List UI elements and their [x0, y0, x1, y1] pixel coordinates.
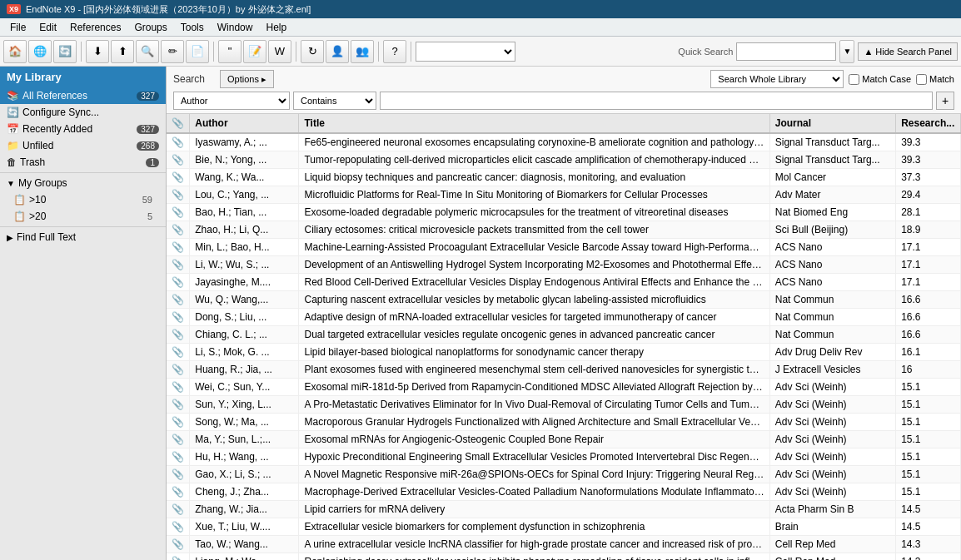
quick-search-input[interactable]: [736, 42, 836, 61]
table-row[interactable]: 📎 Sun, Y.; Xing, L... A Pro-Metastatic D…: [167, 396, 961, 414]
table-row[interactable]: 📎 Xue, T.; Liu, W.... Extracellular vesi…: [167, 518, 961, 536]
group-select[interactable]: Annotated: [416, 42, 515, 62]
table-row[interactable]: 📎 Lou, C.; Yang, ... Microfluidic Platfo…: [167, 186, 961, 204]
sidebar-group-gt20[interactable]: 📋 >20 5: [0, 208, 166, 225]
row-icon: 📎: [167, 256, 190, 274]
row-journal: Nat Commun: [769, 309, 895, 326]
row-author: Ma, Y.; Sun, L.;...: [190, 431, 299, 448]
table-row[interactable]: 📎 Tao, W.; Wang... A urine extracellular…: [167, 536, 961, 553]
toolbar-sync-btn[interactable]: 🔄: [53, 40, 77, 63]
col-header-journal[interactable]: Journal: [769, 114, 895, 133]
toolbar-download-btn[interactable]: ⬇: [86, 40, 109, 63]
toolbar-help-btn[interactable]: ?: [383, 40, 406, 63]
row-icon: 📎: [167, 483, 190, 501]
toolbar-upload-btn[interactable]: ⬆: [111, 40, 134, 63]
table-row[interactable]: 📎 Song, W.; Ma, ... Macroporous Granular…: [167, 414, 961, 431]
toolbar-edit-btn[interactable]: ✏: [161, 40, 184, 63]
table-row[interactable]: 📎 Wei, C.; Sun, Y... Exosomal miR-181d-5…: [167, 379, 961, 396]
table-row[interactable]: 📎 Gao, X.; Li, S.; ... A Novel Magnetic …: [167, 466, 961, 483]
row-icon: 📎: [167, 133, 190, 151]
search-field-select[interactable]: Author Title Journal Year Any Field: [173, 92, 290, 110]
sidebar-item-trash[interactable]: 🗑 Trash 1: [0, 154, 166, 171]
row-title: Exosomal mRNAs for Angiogenic-Osteogenic…: [299, 431, 769, 448]
toolbar-refresh-btn[interactable]: ↻: [301, 40, 324, 63]
row-title: Machine-Learning-Assisted Procoagulant E…: [299, 239, 769, 256]
toolbar-users-btn[interactable]: 👥: [351, 40, 374, 63]
toolbar-word-btn[interactable]: W: [268, 40, 291, 63]
table-row[interactable]: 📎 Wu, Q.; Wang,... Capturing nascent ext…: [167, 291, 961, 309]
row-title: Capturing nascent extracellular vesicles…: [299, 291, 769, 309]
row-title: Exosome-loaded degradable polymeric micr…: [299, 204, 769, 221]
quick-search-btn[interactable]: ▼: [839, 40, 854, 63]
menu-groups[interactable]: Groups: [127, 20, 173, 35]
quick-search-area: Quick Search ▼ ▲ Hide Search Panel: [678, 40, 958, 63]
row-research: 17.1: [896, 256, 961, 274]
hide-search-panel-btn[interactable]: ▲ Hide Search Panel: [858, 42, 958, 61]
paperclip-icon: 📎: [172, 189, 184, 201]
row-title: Development of an Antiswelling Hydrogel …: [299, 256, 769, 274]
sidebar-group-gt10[interactable]: 📋 >10 59: [0, 191, 166, 208]
table-row[interactable]: 📎 Bie, N.; Yong, ... Tumor-repopulating …: [167, 151, 961, 169]
paperclip-icon: 📎: [172, 311, 184, 323]
paperclip-icon: 📎: [172, 486, 184, 498]
trash-icon: 🗑: [7, 156, 17, 168]
references-table[interactable]: 📎 Author Title Journal Research... 📎 Iya…: [167, 114, 961, 560]
toolbar-sep4: [378, 42, 379, 62]
menu-references[interactable]: References: [63, 20, 127, 35]
row-author: Bao, H.; Tian, ...: [190, 204, 299, 221]
col-header-research[interactable]: Research...: [896, 114, 961, 133]
search-options-btn[interactable]: Options ▸: [220, 70, 274, 88]
table-row[interactable]: 📎 Bao, H.; Tian, ... Exosome-loaded degr…: [167, 204, 961, 221]
toolbar-home-btn[interactable]: 🏠: [3, 40, 27, 63]
table-row[interactable]: 📎 Li, W.; Wu, S.; ... Development of an …: [167, 256, 961, 274]
menu-edit[interactable]: Edit: [32, 20, 63, 35]
sidebar-item-unfiled[interactable]: 📁 Unfiled 268: [0, 137, 166, 154]
sidebar-item-all-references[interactable]: 📚 All References 327: [0, 87, 166, 104]
search-whole-library-select[interactable]: Search Whole Library: [710, 70, 844, 88]
search-criteria-select[interactable]: Contains Is Is not: [293, 92, 376, 110]
table-row[interactable]: 📎 Jayasinghe, M.... Red Blood Cell-Deriv…: [167, 274, 961, 291]
table-row[interactable]: 📎 Iyaswamy, A.; ... Fe65-engineered neur…: [167, 133, 961, 151]
table-row[interactable]: 📎 Liang, M.; Wa... Replenishing decoy ex…: [167, 553, 961, 561]
table-row[interactable]: 📎 Hu, H.; Wang, ... Hypoxic Precondition…: [167, 448, 961, 466]
row-icon: 📎: [167, 431, 190, 448]
sidebar-item-recently-added[interactable]: 📅 Recently Added 327: [0, 121, 166, 137]
menu-tools[interactable]: Tools: [174, 20, 211, 35]
search-add-btn[interactable]: +: [936, 92, 954, 110]
col-header-author[interactable]: Author: [190, 114, 299, 133]
table-row[interactable]: 📎 Chiang, C. L.; ... Dual targeted extra…: [167, 326, 961, 344]
table-row[interactable]: 📎 Zhang, W.; Jia... Lipid carriers for m…: [167, 501, 961, 518]
match-checkbox[interactable]: [916, 74, 927, 85]
toolbar-folder-btn[interactable]: 📄: [186, 40, 209, 63]
paperclip-icon: 📎: [172, 171, 184, 183]
table-row[interactable]: 📎 Li, S.; Mok, G. ... Lipid bilayer-base…: [167, 344, 961, 361]
table-row[interactable]: 📎 Ma, Y.; Sun, L.;... Exosomal mRNAs for…: [167, 431, 961, 448]
table-row[interactable]: 📎 Min, L.; Bao, H... Machine-Learning-As…: [167, 239, 961, 256]
row-title: Fe65-engineered neuronal exosomes encaps…: [299, 133, 769, 151]
row-journal: Adv Sci (Weinh): [769, 483, 895, 501]
row-research: 14.3: [896, 536, 961, 553]
menu-help[interactable]: Help: [259, 20, 293, 35]
sidebar-item-configure-sync[interactable]: 🔄 Configure Sync...: [0, 104, 166, 121]
paperclip-icon: 📎: [172, 416, 184, 428]
table-row[interactable]: 📎 Zhao, H.; Li, Q... Ciliary ectosomes: …: [167, 221, 961, 239]
toolbar-quote-btn[interactable]: ": [218, 40, 241, 63]
table-row[interactable]: 📎 Cheng, J.; Zha... Macrophage-Derived E…: [167, 483, 961, 501]
table-row[interactable]: 📎 Wang, K.; Wa... Liquid biopsy techniqu…: [167, 169, 961, 186]
toolbar-search-btn[interactable]: 🔍: [136, 40, 159, 63]
table-row[interactable]: 📎 Huang, R.; Jia, ... Plant exosomes fus…: [167, 361, 961, 379]
menu-file[interactable]: File: [3, 20, 32, 35]
search-text-input[interactable]: [380, 92, 933, 110]
sidebar-find-full-text[interactable]: ▶ Find Full Text: [0, 229, 166, 245]
paperclip-icon: 📎: [172, 241, 184, 253]
col-header-icon[interactable]: 📎: [167, 114, 190, 133]
sidebar-my-groups-header[interactable]: ▼ My Groups: [0, 175, 166, 191]
toolbar-online-btn[interactable]: 🌐: [28, 40, 52, 63]
match-label: Match: [916, 74, 954, 85]
match-case-checkbox[interactable]: [849, 74, 859, 85]
toolbar-doc-btn[interactable]: 📝: [243, 40, 266, 63]
col-header-title[interactable]: Title: [299, 114, 769, 133]
table-row[interactable]: 📎 Dong, S.; Liu, ... Adaptive design of …: [167, 309, 961, 326]
toolbar-user-btn[interactable]: 👤: [326, 40, 349, 63]
menu-window[interactable]: Window: [211, 20, 260, 35]
